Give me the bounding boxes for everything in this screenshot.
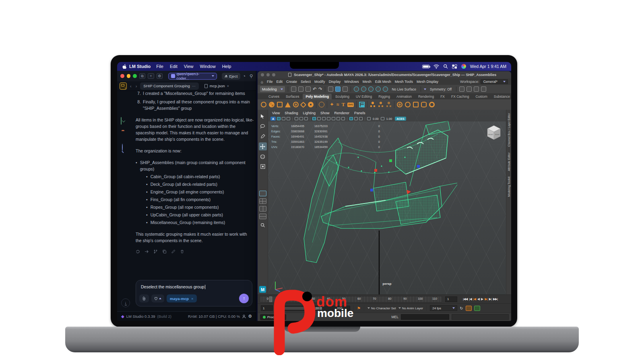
play-backwards-button[interactable]: ◀ xyxy=(477,297,479,301)
shelf-tab-custom[interactable]: Custom xyxy=(473,94,490,99)
super-shape-icon[interactable]: ✦ xyxy=(330,102,334,107)
color-app-icon[interactable] xyxy=(461,64,466,69)
copy-icon[interactable] xyxy=(162,249,167,254)
snap-to-plane-icon[interactable] xyxy=(376,86,381,92)
menu-edit-mesh[interactable]: Edit Mesh xyxy=(375,80,391,84)
playback-loop-icon[interactable]: ↻ xyxy=(460,306,463,311)
snap-to-grid-icon[interactable] xyxy=(354,86,359,92)
settings-icon[interactable]: ⚙ xyxy=(157,73,163,79)
select-tool-icon[interactable] xyxy=(259,112,267,120)
open-scene-icon[interactable] xyxy=(298,86,303,92)
menu-windows[interactable]: Windows xyxy=(344,80,359,84)
step-back-key-button[interactable]: |◀ xyxy=(473,297,476,301)
render-current-frame-icon[interactable] xyxy=(466,86,472,92)
menubar-item-edit[interactable]: Edit xyxy=(170,64,178,69)
menu-mesh-tools[interactable]: Mesh Tools xyxy=(395,80,413,84)
shelf-tab-substance[interactable]: Substance xyxy=(491,94,511,99)
menubar-item-file[interactable]: File xyxy=(156,64,163,69)
panel-menu-renderer[interactable]: Renderer xyxy=(334,111,349,115)
animation-start-field[interactable]: 1 xyxy=(261,305,273,311)
textured-icon[interactable] xyxy=(322,117,326,120)
poly-curve-icon[interactable]: ≈ xyxy=(336,102,339,107)
go-to-end-button[interactable]: ▶▶| xyxy=(493,297,497,301)
remesh-grid-icon[interactable] xyxy=(359,102,365,107)
menubar-item-view[interactable]: View xyxy=(184,64,194,69)
eject-model-button[interactable]: Eject xyxy=(222,73,240,80)
gamma-value[interactable]: 1.00 xyxy=(386,117,393,121)
measure-tool-icon[interactable] xyxy=(386,102,392,107)
minimize-window-button[interactable] xyxy=(266,73,270,76)
wifi-icon[interactable] xyxy=(433,64,439,69)
bookmark-icon[interactable]: ⚑ xyxy=(357,306,361,311)
mcp-plugins-button[interactable] xyxy=(151,294,164,302)
nav-forward-icon[interactable]: › xyxy=(135,84,138,88)
delete-icon[interactable] xyxy=(180,249,184,254)
nav-back-icon[interactable]: ‹ xyxy=(129,84,132,88)
svg-tool-icon[interactable]: SVG xyxy=(347,103,354,107)
shelf-tab-poly-modeling[interactable]: Poly Modeling xyxy=(303,94,332,99)
tab-ship-component-grouping[interactable]: SHIP Component Grouping ⋯ xyxy=(140,82,198,90)
snap-to-curve-icon[interactable] xyxy=(361,86,366,92)
render-view-icon[interactable] xyxy=(459,86,464,92)
animation-preferences-button[interactable] xyxy=(474,306,480,311)
sculpt-objects-icon[interactable] xyxy=(405,102,411,107)
bookmark-icon[interactable] xyxy=(287,117,290,120)
isolate-select-icon[interactable] xyxy=(349,117,353,120)
app-version[interactable]: LM Studio 0.3.39 xyxy=(126,314,155,319)
menu-display[interactable]: Display xyxy=(329,80,341,84)
wireframe-icon[interactable] xyxy=(312,117,316,120)
downloads-button[interactable]: ↓ xyxy=(121,298,130,307)
menu-select[interactable]: Select xyxy=(301,80,311,84)
send-button[interactable]: ↑ xyxy=(239,294,249,303)
attach-file-button[interactable] xyxy=(139,294,149,302)
undo-icon[interactable]: ↶ xyxy=(313,86,316,92)
layout-split-button[interactable] xyxy=(259,214,266,219)
character-set-selector[interactable]: No Character Set xyxy=(367,306,396,310)
redo-icon[interactable]: ↷ xyxy=(318,86,322,92)
lasso-tool-icon[interactable] xyxy=(259,122,267,130)
chat-panel-icon[interactable]: 1 xyxy=(120,82,127,90)
tab-attribute-editor[interactable]: Attribute Editor xyxy=(508,152,510,171)
shelf-tab-rendering[interactable]: Rendering xyxy=(415,94,437,99)
continue-icon[interactable] xyxy=(144,249,149,254)
spotlight-search-icon[interactable] xyxy=(443,64,448,69)
current-frame-field[interactable]: 1 xyxy=(445,296,457,302)
viewport[interactable]: View Shading Lighting Show Renderer Pane… xyxy=(268,110,506,294)
branch-icon[interactable] xyxy=(153,249,158,254)
menu-file[interactable]: File xyxy=(267,80,273,84)
shelf-tab-animation[interactable]: Animation xyxy=(394,94,415,99)
sidebar-item-developer[interactable] xyxy=(121,117,122,125)
go-to-start-button[interactable]: |◀◀ xyxy=(463,297,467,301)
range-start-handle[interactable] xyxy=(277,307,279,310)
panel-menu-view[interactable]: View xyxy=(272,111,280,115)
poly-disc-icon[interactable] xyxy=(308,102,314,107)
menubar-item-help[interactable]: Help xyxy=(222,64,231,69)
frame-ruler[interactable]: 0 10 20 30 40 50 60 70 80 90 100 110 xyxy=(260,296,442,302)
create-joint-icon[interactable] xyxy=(370,102,376,107)
poly-platonic-icon[interactable] xyxy=(269,102,275,107)
sidebar-item-discover[interactable] xyxy=(122,144,123,151)
time-slider[interactable]: 0 10 20 30 40 50 60 70 80 90 100 110 1 |… xyxy=(258,294,511,303)
chevron-down-icon[interactable] xyxy=(424,88,426,90)
shaded-icon[interactable] xyxy=(317,117,321,120)
tab-close-icon[interactable]: × xyxy=(227,84,229,88)
poly-solid-icon[interactable] xyxy=(319,102,324,107)
select-by-hierarchy-icon[interactable] xyxy=(328,86,333,92)
arc-tool-icon[interactable] xyxy=(397,102,402,107)
make-live-icon[interactable] xyxy=(383,86,388,92)
camera-attributes-icon[interactable] xyxy=(282,117,285,120)
home-icon[interactable]: ⌂ xyxy=(261,80,263,84)
live-surface-label[interactable]: No Live Surface xyxy=(390,87,417,91)
battery-icon[interactable] xyxy=(422,65,429,68)
step-forward-frame-button[interactable]: ▶| xyxy=(489,297,491,301)
screen-space-ao-icon[interactable] xyxy=(336,117,340,120)
snap-to-point-icon[interactable] xyxy=(368,86,374,92)
xray-joints-icon[interactable] xyxy=(359,117,363,120)
select-by-component-icon[interactable] xyxy=(343,86,348,92)
regenerate-icon[interactable] xyxy=(136,249,140,254)
step-back-frame-button[interactable]: |◀ xyxy=(469,297,471,301)
tab-modeling-toolkit[interactable]: Modeling Toolkit xyxy=(508,177,510,197)
poly-torus-icon[interactable] xyxy=(293,102,299,107)
xray-icon[interactable] xyxy=(354,117,358,120)
menubar-app-name[interactable]: LM Studio xyxy=(129,64,151,69)
